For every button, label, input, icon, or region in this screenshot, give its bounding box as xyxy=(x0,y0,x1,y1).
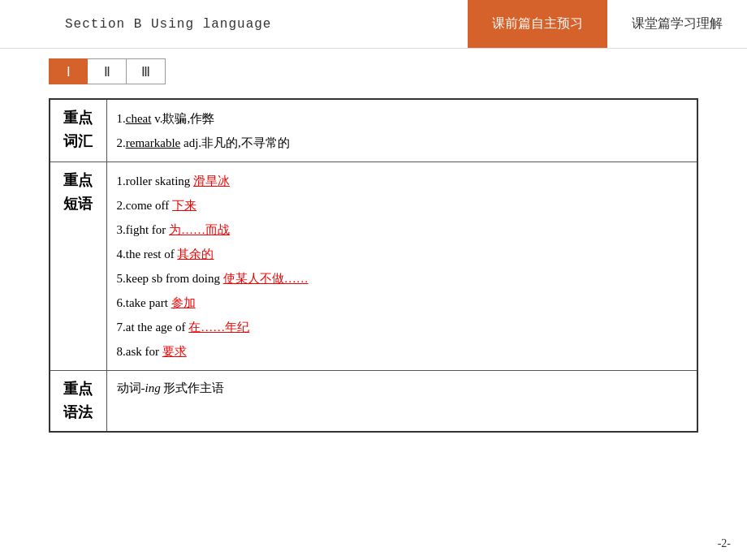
phrase-item-8: 8.ask for 要求 xyxy=(117,339,688,364)
phrase-prefix-5: 5.keep sb from doing xyxy=(117,272,223,285)
header: Section B Using language 课前篇自主预习 课堂篇学习理解 xyxy=(0,0,747,49)
phrase-prefix-7: 7.at the age of xyxy=(117,321,189,334)
tab-1[interactable]: Ⅰ xyxy=(49,58,88,84)
table-row-phrase: 重点短语 1.roller skating 滑旱冰 2.come off 下来 … xyxy=(50,162,697,371)
phrase-word-2: 下来 xyxy=(172,199,196,212)
content-grammar: 动词-ing 形式作主语 xyxy=(106,371,697,432)
phrase-word-3: 为……而战 xyxy=(169,223,230,236)
phrase-item-1: 1.roller skating 滑旱冰 xyxy=(117,169,688,193)
header-title: Section B Using language xyxy=(0,0,468,48)
vocab-suffix-1: v.欺骗,作弊 xyxy=(151,112,214,125)
content-vocab: 1.cheat v.欺骗,作弊 2.remarkable adj.非凡的,不寻常… xyxy=(106,99,697,162)
phrase-word-8: 要求 xyxy=(162,345,187,358)
phrase-item-5: 5.keep sb from doing 使某人不做…… xyxy=(117,266,688,291)
main-content: 重点词汇 1.cheat v.欺骗,作弊 2.remarkable adj.非凡… xyxy=(0,94,747,449)
content-phrase: 1.roller skating 滑旱冰 2.come off 下来 3.fig… xyxy=(106,162,697,371)
phrase-word-5: 使某人不做…… xyxy=(223,272,309,285)
phrase-item-7: 7.at the age of 在……年纪 xyxy=(117,315,688,339)
header-nav: 课前篇自主预习 课堂篇学习理解 xyxy=(468,0,747,48)
vocab-item-2: 2.remarkable adj.非凡的,不寻常的 xyxy=(117,131,688,155)
phrase-word-1: 滑旱冰 xyxy=(193,174,230,187)
label-vocab: 重点词汇 xyxy=(50,99,106,162)
label-grammar: 重点语法 xyxy=(50,371,106,432)
table-row-grammar: 重点语法 动词-ing 形式作主语 xyxy=(50,371,697,432)
tab-row: Ⅰ Ⅱ Ⅲ xyxy=(0,49,747,94)
phrase-item-3: 3.fight for 为……而战 xyxy=(117,218,688,242)
phrase-prefix-2: 2.come off xyxy=(117,199,172,212)
phrase-item-2: 2.come off 下来 xyxy=(117,193,688,218)
phrase-prefix-4: 4.the rest of xyxy=(117,248,178,261)
vocab-word-2: remarkable xyxy=(126,136,180,149)
phrase-prefix-1: 1.roller skating xyxy=(117,174,194,187)
phrase-prefix-6: 6.take part xyxy=(117,296,171,309)
tab-3[interactable]: Ⅲ xyxy=(127,58,166,84)
phrase-word-4: 其余的 xyxy=(177,248,214,261)
vocab-item-1: 1.cheat v.欺骗,作弊 xyxy=(117,106,688,131)
page-number: -2- xyxy=(718,537,731,550)
nav-btn-study[interactable]: 课堂篇学习理解 xyxy=(607,0,747,48)
phrase-word-6: 参加 xyxy=(171,296,196,309)
vocab-table: 重点词汇 1.cheat v.欺骗,作弊 2.remarkable adj.非凡… xyxy=(49,98,698,433)
tab-2[interactable]: Ⅱ xyxy=(88,58,127,84)
vocab-suffix-2: adj.非凡的,不寻常的 xyxy=(180,136,290,149)
table-row-vocab: 重点词汇 1.cheat v.欺骗,作弊 2.remarkable adj.非凡… xyxy=(50,99,697,162)
vocab-prefix-1: 1. xyxy=(117,112,126,125)
phrase-item-6: 6.take part 参加 xyxy=(117,291,688,315)
phrase-word-7: 在……年纪 xyxy=(188,321,249,334)
label-phrase: 重点短语 xyxy=(50,162,106,371)
phrase-prefix-8: 8.ask for xyxy=(117,345,162,358)
vocab-prefix-2: 2. xyxy=(117,136,126,149)
nav-btn-preview[interactable]: 课前篇自主预习 xyxy=(468,0,607,48)
vocab-word-1: cheat xyxy=(126,112,152,125)
phrase-prefix-3: 3.fight for xyxy=(117,223,170,236)
phrase-item-4: 4.the rest of 其余的 xyxy=(117,242,688,266)
grammar-text: 动词-ing 形式作主语 xyxy=(117,381,225,394)
